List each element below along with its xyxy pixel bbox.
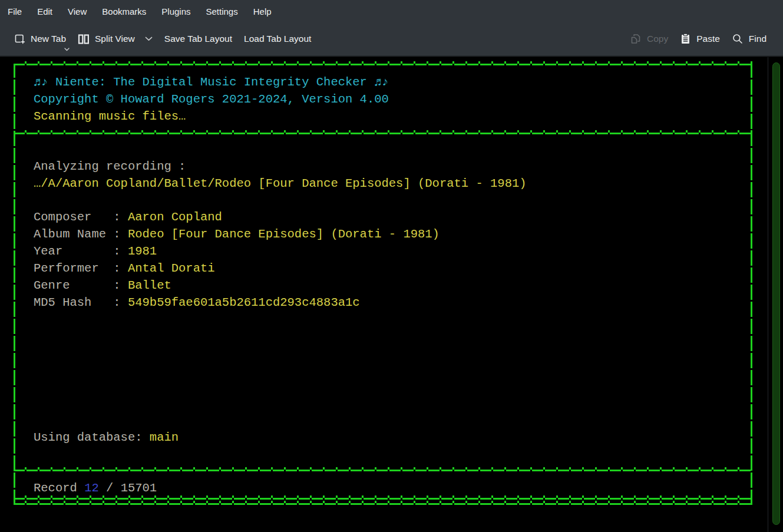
field-label: MD5 Hash <box>34 294 106 311</box>
toolbar-button-label: Load Tab Layout <box>244 34 311 44</box>
field-row-composer: Composer : Aaron Copland <box>34 209 222 226</box>
record-label: Record <box>34 481 84 495</box>
menu-item-file[interactable]: File <box>0 0 29 22</box>
field-label: Album Name <box>34 226 106 243</box>
toolbar-button-paste[interactable]: Paste <box>674 28 726 49</box>
record-separator: / <box>99 481 121 495</box>
toolbar-button-load-tab-layout[interactable]: Load Tab Layout <box>238 29 317 49</box>
field-label: Composer <box>34 209 106 226</box>
field-label: Genre <box>34 277 106 294</box>
field-row-md5-hash: MD5 Hash : 549b59fae601a5b2611cd293c4883… <box>34 294 360 311</box>
database-line: Using database: main <box>34 429 179 446</box>
frame-top-border <box>14 64 752 65</box>
toolbar-left-group: New TabSplit ViewSave Tab LayoutLoad Tab… <box>8 29 317 49</box>
terminal-scrollbar[interactable] <box>768 57 783 532</box>
toolbar-button-find[interactable]: Find <box>726 28 772 49</box>
scrollbar-thumb[interactable] <box>772 62 780 525</box>
toolbar-button-save-tab-layout[interactable]: Save Tab Layout <box>158 29 238 49</box>
field-label: Performer <box>34 260 106 277</box>
field-row-performer: Performer : Antal Dorati <box>34 260 215 277</box>
frame-bottom-border <box>14 503 752 505</box>
copyright-line: Copyright © Howard Rogers 2021-2024, Ver… <box>34 91 389 108</box>
chevron-down-icon <box>145 37 153 41</box>
field-separator: : <box>106 244 128 258</box>
record-current: 12 <box>84 481 99 495</box>
toolbar-button-copy: Copy <box>624 28 674 49</box>
menu-bar: FileEditViewBookmarksPluginsSettingsHelp <box>0 0 783 22</box>
database-label: Using database: <box>34 431 150 444</box>
record-status-line: Record 12 / 15701 <box>34 480 157 497</box>
field-separator: : <box>106 210 128 224</box>
menu-item-plugins[interactable]: Plugins <box>154 0 198 22</box>
menu-item-help[interactable]: Help <box>246 0 279 22</box>
field-separator: : <box>106 262 128 275</box>
toolbar-button-label: Paste <box>696 34 720 44</box>
copy-icon <box>630 33 642 45</box>
field-separator: : <box>106 279 128 292</box>
scan-status-line: Scanning music files… <box>34 108 186 125</box>
toolbar-button-split-view[interactable]: Split View <box>72 29 158 49</box>
toolbar-button-new-tab[interactable]: New Tab <box>8 29 72 49</box>
toolbar-button-label: Split View <box>95 34 135 44</box>
frame-left-border <box>14 64 15 505</box>
find-icon <box>732 33 744 45</box>
frame-right-border <box>751 64 752 505</box>
toolbar: New TabSplit ViewSave Tab LayoutLoad Tab… <box>0 22 783 57</box>
toolbar-button-label: Save Tab Layout <box>164 34 232 44</box>
chevron-down-icon <box>64 48 70 51</box>
database-value: main <box>150 431 179 444</box>
field-value: Aaron Copland <box>128 210 222 224</box>
status-bottom-border <box>14 498 752 500</box>
field-row-year: Year : 1981 <box>34 243 157 260</box>
field-separator: : <box>106 296 128 309</box>
menu-item-view[interactable]: View <box>60 0 94 22</box>
field-separator: : <box>106 227 128 241</box>
record-total: 15701 <box>121 481 157 495</box>
new-tab-icon <box>14 34 25 45</box>
recording-path: …/A/Aaron Copland/Ballet/Rodeo [Four Dan… <box>34 175 527 192</box>
toolbar-button-label: Find <box>749 34 767 44</box>
analyzing-label: Analyzing recording : <box>34 158 186 175</box>
app-title: ♬♪ Niente: The Digital Music Integrity C… <box>34 74 389 91</box>
toolbar-right-group: CopyPasteFind <box>624 28 772 49</box>
toolbar-button-label: New Tab <box>31 34 66 44</box>
field-row-album-name: Album Name : Rodeo [Four Dance Episodes]… <box>34 226 440 243</box>
field-value: Rodeo [Four Dance Episodes] (Dorati - 19… <box>128 227 440 241</box>
terminal-view[interactable]: ♬♪ Niente: The Digital Music Integrity C… <box>0 57 783 532</box>
toolbar-button-label: Copy <box>647 34 668 44</box>
menu-item-edit[interactable]: Edit <box>29 0 60 22</box>
field-value: 1981 <box>128 244 157 258</box>
field-label: Year <box>34 243 106 260</box>
field-value: 549b59fae601a5b2611cd293c4883a1c <box>128 296 360 309</box>
field-value: Ballet <box>128 279 171 292</box>
paste-icon <box>680 33 691 45</box>
menu-item-settings[interactable]: Settings <box>199 0 246 22</box>
header-divider <box>14 133 752 134</box>
split-view-icon <box>78 34 90 45</box>
status-divider <box>14 470 752 471</box>
menu-item-bookmarks[interactable]: Bookmarks <box>94 0 154 22</box>
konsole-window: FileEditViewBookmarksPluginsSettingsHelp… <box>0 0 783 532</box>
field-value: Antal Dorati <box>128 262 215 275</box>
field-row-genre: Genre : Ballet <box>34 277 171 294</box>
